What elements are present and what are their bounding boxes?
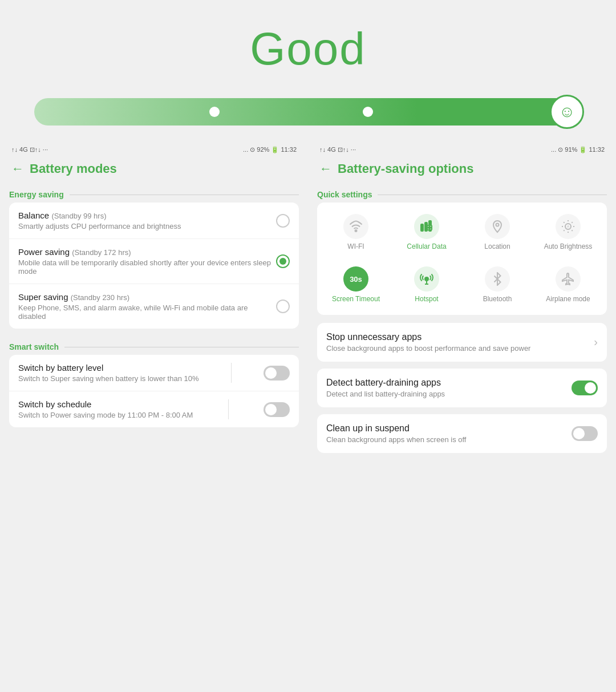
hotspot-label: Hotspot bbox=[415, 295, 438, 303]
main-content: ↑↓ 4G ⊡↑↓ ··· ... ⊙ 92% 🔋 11:32 ← Batter… bbox=[0, 143, 616, 471]
super-saving-desc: Keep Phone, SMS, and alarm awake, while … bbox=[18, 303, 276, 321]
brightness-icon: A bbox=[556, 214, 581, 239]
power-saving-item[interactable]: Power saving (Standby 172 hrs) Mobile da… bbox=[9, 239, 299, 284]
detect-draining-row: Detect battery-draining apps Detect and … bbox=[317, 369, 607, 407]
status-right-info2: ... ⊙ 91% 🔋 11:32 bbox=[551, 146, 605, 153]
stop-apps-chevron: › bbox=[594, 335, 598, 349]
power-saving-radio[interactable] bbox=[276, 254, 290, 268]
smiley-icon: ☺ bbox=[550, 95, 584, 129]
power-standby: (Standby 172 hrs) bbox=[72, 248, 131, 257]
screen-timeout-label: Screen Timeout bbox=[332, 295, 380, 303]
battery-level-title: Switch by battery level bbox=[18, 363, 199, 373]
battery-level-desc: Switch to Super saving when battery is l… bbox=[18, 374, 199, 383]
smart-switch-label: Smart switch bbox=[9, 338, 299, 355]
quick-settings-label: Quick settings bbox=[317, 185, 607, 203]
svg-line-11 bbox=[572, 230, 572, 230]
stop-apps-title: Stop unnecessary apps bbox=[326, 332, 530, 342]
balance-mode-desc: Smartly adjusts CPU performance and brig… bbox=[18, 222, 181, 230]
detect-draining-content: Detect battery-draining apps Detect and … bbox=[326, 378, 445, 398]
svg-text:A: A bbox=[567, 225, 569, 228]
clean-suspend-toggle[interactable] bbox=[572, 426, 598, 441]
stop-apps-row[interactable]: Stop unnecessary apps Close background a… bbox=[317, 323, 607, 362]
bluetooth-icon bbox=[485, 266, 510, 292]
clean-suspend-content: Clean up in suspend Clean background app… bbox=[326, 423, 466, 444]
back-button-right[interactable]: ← bbox=[319, 161, 332, 176]
qs-hotspot[interactable]: Hotspot bbox=[392, 260, 461, 310]
battery-level-toggle[interactable] bbox=[264, 366, 290, 381]
qs-airplane[interactable]: Airplane mode bbox=[534, 260, 602, 310]
schedule-title: Switch by schedule bbox=[18, 399, 193, 409]
balance-mode-content: Balance (Standby 99 hrs) Smartly adjusts… bbox=[18, 211, 181, 230]
energy-saving-label: Energy saving bbox=[9, 185, 299, 203]
status-bar-left: ↑↓ 4G ⊡↑↓ ··· ... ⊙ 92% 🔋 11:32 bbox=[9, 143, 299, 157]
super-saving-title: Super saving (Standby 230 hrs) bbox=[18, 292, 276, 302]
super-saving-content: Super saving (Standby 230 hrs) Keep Phon… bbox=[18, 292, 276, 321]
cellular-icon bbox=[414, 214, 439, 239]
good-title: Good bbox=[11, 23, 605, 75]
signal-icons: ↑↓ 4G ⊡↑↓ ··· bbox=[11, 146, 48, 153]
qs-bluetooth[interactable]: Bluetooth bbox=[463, 260, 532, 310]
quick-settings-card: WI-FI Cellular Data bbox=[317, 203, 607, 315]
stop-apps-content: Stop unnecessary apps Close background a… bbox=[326, 332, 530, 353]
slider-dot-2 bbox=[363, 107, 373, 117]
schedule-content: Switch by schedule Switch to Power savin… bbox=[18, 399, 193, 419]
clean-suspend-title: Clean up in suspend bbox=[326, 423, 466, 434]
qs-wifi[interactable]: WI-FI bbox=[322, 207, 390, 257]
detect-draining-toggle[interactable] bbox=[572, 381, 598, 395]
status-left-icons: ↑↓ 4G ⊡↑↓ ··· bbox=[11, 146, 48, 153]
quick-settings-grid: WI-FI Cellular Data bbox=[322, 207, 602, 310]
schedule-desc: Switch to Power saving mode by 11:00 PM … bbox=[18, 411, 193, 419]
location-label: Location bbox=[484, 242, 510, 250]
super-saving-item[interactable]: Super saving (Standby 230 hrs) Keep Phon… bbox=[9, 284, 299, 329]
clean-suspend-row: Clean up in suspend Clean background app… bbox=[317, 414, 607, 453]
left-panel: ↑↓ 4G ⊡↑↓ ··· ... ⊙ 92% 🔋 11:32 ← Batter… bbox=[0, 143, 308, 471]
svg-point-6 bbox=[496, 224, 499, 226]
svg-line-15 bbox=[572, 222, 572, 222]
header-section: Good bbox=[0, 0, 616, 87]
qs-brightness[interactable]: A Auto Brightness bbox=[534, 207, 602, 257]
screen-timeout-icon: 30s bbox=[343, 266, 368, 292]
right-panel: ↑↓ 4G ⊡↑↓ ··· ... ⊙ 91% 🔋 11:32 ← Batter… bbox=[308, 143, 616, 471]
svg-rect-1 bbox=[421, 224, 423, 231]
battery-slider[interactable]: ☺ bbox=[34, 98, 582, 126]
switch-divider-1 bbox=[231, 363, 232, 383]
balance-radio[interactable] bbox=[276, 214, 290, 228]
qs-cellular[interactable]: Cellular Data bbox=[392, 207, 461, 257]
clean-suspend-desc: Clean background apps when screen is off bbox=[326, 435, 466, 444]
hotspot-icon bbox=[414, 266, 439, 292]
svg-line-10 bbox=[564, 222, 564, 222]
schedule-switch-item: Switch by schedule Switch to Power savin… bbox=[9, 391, 299, 427]
switch-divider-2 bbox=[228, 399, 229, 419]
stop-apps-desc: Close background apps to boost performan… bbox=[326, 344, 530, 353]
svg-line-14 bbox=[564, 230, 564, 230]
location-icon bbox=[485, 214, 510, 239]
power-saving-content: Power saving (Standby 172 hrs) Mobile da… bbox=[18, 247, 276, 276]
qs-screen-timeout[interactable]: 30s Screen Timeout bbox=[322, 260, 390, 310]
battery-info-left: ... ⊙ 92% 🔋 11:32 bbox=[243, 146, 297, 153]
battery-level-content: Switch by battery level Switch to Super … bbox=[18, 363, 199, 383]
battery-modes-title: Battery modes bbox=[30, 161, 117, 176]
battery-modes-header: ← Battery modes bbox=[9, 157, 299, 185]
energy-modes-card: Balance (Standby 99 hrs) Smartly adjusts… bbox=[9, 203, 299, 329]
balance-mode-item[interactable]: Balance (Standby 99 hrs) Smartly adjusts… bbox=[9, 203, 299, 239]
battery-level-switch-item: Switch by battery level Switch to Super … bbox=[9, 355, 299, 391]
status-bar-right: ↑↓ 4G ⊡↑↓ ··· ... ⊙ 91% 🔋 11:32 bbox=[317, 143, 607, 157]
slider-dot-1 bbox=[209, 107, 220, 117]
brightness-label: Auto Brightness bbox=[544, 242, 593, 250]
airplane-label: Airplane mode bbox=[546, 295, 590, 303]
detect-draining-title: Detect battery-draining apps bbox=[326, 378, 445, 388]
back-button-left[interactable]: ← bbox=[11, 161, 24, 176]
qs-location[interactable]: Location bbox=[463, 207, 532, 257]
signal-icons-right: ↑↓ 4G ⊡↑↓ ··· bbox=[319, 146, 356, 153]
battery-saving-title: Battery-saving options bbox=[338, 161, 473, 176]
battery-saving-header: ← Battery-saving options bbox=[317, 157, 607, 185]
power-saving-desc: Mobile data will be temporarily disabled… bbox=[18, 258, 276, 276]
status-right-info: ... ⊙ 92% 🔋 11:32 bbox=[243, 146, 297, 153]
battery-info-right: ... ⊙ 91% 🔋 11:32 bbox=[551, 146, 605, 153]
wifi-label: WI-FI bbox=[347, 242, 364, 250]
slider-section: ☺ bbox=[0, 87, 616, 143]
status-right-icons: ↑↓ 4G ⊡↑↓ ··· bbox=[319, 146, 356, 153]
schedule-toggle[interactable] bbox=[264, 402, 290, 417]
super-saving-radio[interactable] bbox=[276, 300, 290, 313]
power-saving-title: Power saving (Standby 172 hrs) bbox=[18, 247, 276, 257]
